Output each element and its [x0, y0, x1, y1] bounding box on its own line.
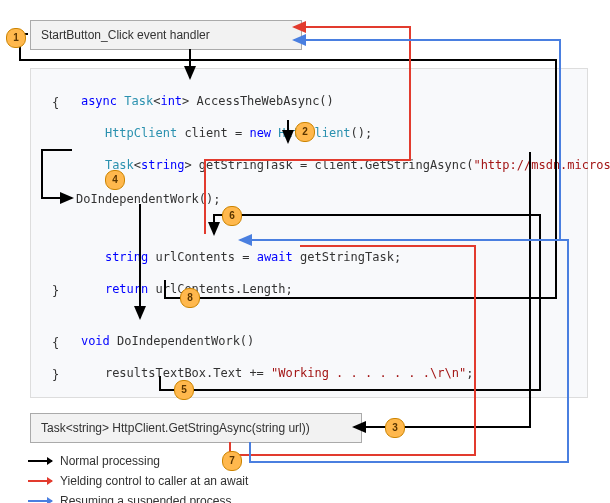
code-results: resultsTextBox.Text += "Working . . . . … — [76, 352, 473, 394]
legend-resume: Resuming a suspended process — [28, 494, 248, 503]
legend-resume-label: Resuming a suspended process — [60, 494, 231, 503]
badge-1: 1 — [6, 28, 26, 48]
code-close1: } — [52, 284, 59, 298]
arrow-icon — [28, 500, 52, 502]
badge-4: 4 — [105, 170, 125, 190]
badge-3: 3 — [385, 418, 405, 438]
code-open1: { — [52, 96, 59, 110]
legend-yield: Yielding control to caller at an await — [28, 474, 248, 488]
code-close2: } — [52, 368, 59, 382]
legend-normal: Normal processing — [28, 454, 248, 468]
box-start-handler: StartButton_Click event handler — [30, 20, 302, 50]
box-getstringasync: Task<string> HttpClient.GetStringAsync(s… — [30, 413, 362, 443]
arrow-icon — [28, 480, 52, 482]
badge-6: 6 — [222, 206, 242, 226]
badge-2: 2 — [295, 122, 315, 142]
code-open2: { — [52, 336, 59, 350]
diagram-stage: StartButton_Click event handler async Ta… — [0, 0, 610, 503]
legend-normal-label: Normal processing — [60, 454, 160, 468]
legend-yield-label: Yielding control to caller at an await — [60, 474, 248, 488]
code-doindep-call: DoIndependentWork(); — [76, 192, 221, 206]
code-getstringtask: Task<string> getStringTask = client.GetS… — [76, 144, 610, 186]
badge-5: 5 — [174, 380, 194, 400]
legend: Normal processing Yielding control to ca… — [28, 448, 248, 503]
badge-8: 8 — [180, 288, 200, 308]
arrow-icon — [28, 460, 52, 462]
